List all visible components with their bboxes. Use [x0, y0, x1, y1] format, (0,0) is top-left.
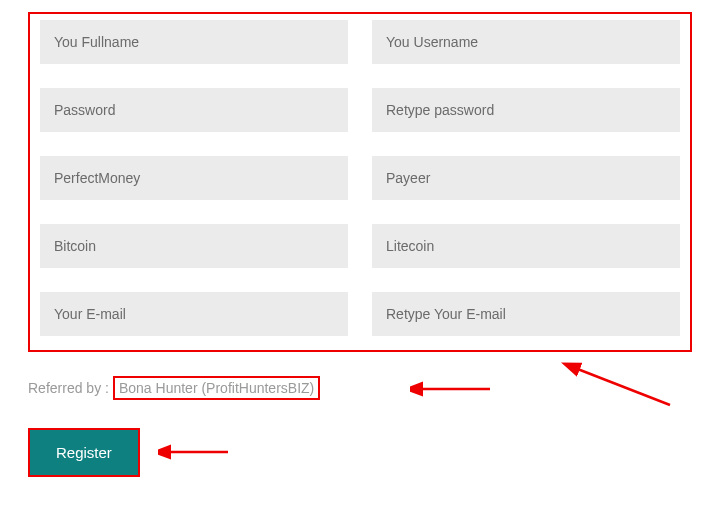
form-row [40, 20, 680, 64]
referred-by-row: Referred by : Bona Hunter (ProfitHunters… [28, 376, 692, 400]
arrow-icon [410, 379, 500, 399]
payeer-field[interactable] [372, 156, 680, 200]
referred-by-value: Bona Hunter (ProfitHuntersBIZ) [113, 376, 320, 400]
bitcoin-field[interactable] [40, 224, 348, 268]
referred-by-label: Referred by : [28, 380, 109, 396]
form-row [40, 292, 680, 336]
password-field[interactable] [40, 88, 348, 132]
retype-email-field[interactable] [372, 292, 680, 336]
form-row [40, 88, 680, 132]
perfectmoney-field[interactable] [40, 156, 348, 200]
fullname-field[interactable] [40, 20, 348, 64]
form-row [40, 224, 680, 268]
email-field[interactable] [40, 292, 348, 336]
litecoin-field[interactable] [372, 224, 680, 268]
register-button[interactable]: Register [28, 428, 140, 477]
arrow-icon [158, 442, 238, 462]
register-row: Register [28, 428, 692, 477]
retype-password-field[interactable] [372, 88, 680, 132]
form-row [40, 156, 680, 200]
username-field[interactable] [372, 20, 680, 64]
registration-form [28, 12, 692, 352]
